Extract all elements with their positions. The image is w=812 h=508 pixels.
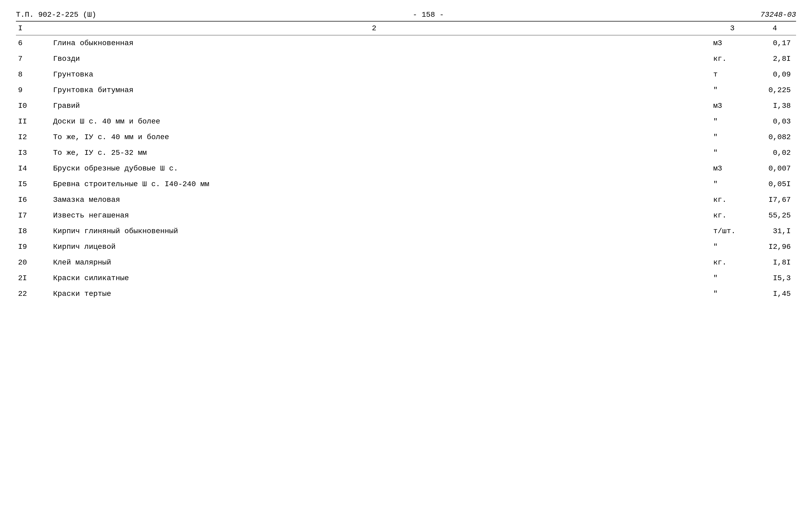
- row-name: Бруски обрезные дубовые Ш с.: [37, 161, 711, 176]
- row-num: I8: [16, 223, 37, 239]
- row-qty: I,8I: [754, 255, 796, 270]
- row-num: 20: [16, 255, 37, 270]
- table-row: 22Краски тертые"I,45: [16, 286, 796, 302]
- table-row: 20Клей малярныйкг.I,8I: [16, 255, 796, 270]
- row-name: Клей малярный: [37, 255, 711, 270]
- row-unit: м3: [711, 98, 754, 114]
- row-num: I9: [16, 239, 37, 255]
- col-header-1: I: [16, 22, 37, 35]
- row-qty: I,45: [754, 286, 796, 302]
- row-name: То же, IУ с. 25-32 мм: [37, 145, 711, 161]
- row-qty: 0,02: [754, 145, 796, 161]
- row-num: 8: [16, 67, 37, 82]
- row-name: Кирпич лицевой: [37, 239, 711, 255]
- row-qty: I7,67: [754, 192, 796, 208]
- row-unit: кг.: [711, 51, 754, 67]
- row-unit: кг.: [711, 255, 754, 270]
- row-unit: ": [711, 286, 754, 302]
- row-qty: I5,3: [754, 270, 796, 286]
- row-name: Известь негашеная: [37, 208, 711, 223]
- page-header: Т.П. 902-2-225 (Ш) - 158 - 73248-03: [16, 11, 796, 19]
- document-number: 73248-03: [761, 11, 796, 19]
- row-name: Замазка меловая: [37, 192, 711, 208]
- row-name: Грунтовка: [37, 67, 711, 82]
- row-unit: м3: [711, 161, 754, 176]
- table-row: I0Гравийм3I,38: [16, 98, 796, 114]
- row-unit: т/шт.: [711, 223, 754, 239]
- row-name: Кирпич глиняный обыкновенный: [37, 223, 711, 239]
- document-code: Т.П. 902-2-225 (Ш): [16, 11, 96, 19]
- row-num: 2I: [16, 270, 37, 286]
- row-num: 6: [16, 35, 37, 51]
- main-table: I 2 3 4 6Глина обыкновеннаям30,177Гвозди…: [16, 22, 796, 302]
- row-name: Гравий: [37, 98, 711, 114]
- col-header-4: 4: [754, 22, 796, 35]
- row-qty: 0,082: [754, 129, 796, 145]
- row-num: I3: [16, 145, 37, 161]
- table-row: IIДоски Ш с. 40 мм и более"0,03: [16, 114, 796, 129]
- row-name: Гвозди: [37, 51, 711, 67]
- row-name: Бревна строительные Ш с. I40-240 мм: [37, 176, 711, 192]
- row-unit: ": [711, 270, 754, 286]
- table-row: I3То же, IУ с. 25-32 мм"0,02: [16, 145, 796, 161]
- table-row: I9Кирпич лицевой"I2,96: [16, 239, 796, 255]
- row-num: I7: [16, 208, 37, 223]
- table-row: I4Бруски обрезные дубовые Ш с.м30,007: [16, 161, 796, 176]
- table-row: 2IКраски силикатные"I5,3: [16, 270, 796, 286]
- row-unit: ": [711, 82, 754, 98]
- table-row: I7Известь негашенаякг.55,25: [16, 208, 796, 223]
- row-unit: т: [711, 67, 754, 82]
- row-num: 9: [16, 82, 37, 98]
- row-name: То же, IУ с. 40 мм и более: [37, 129, 711, 145]
- row-num: 22: [16, 286, 37, 302]
- row-name: Грунтовка битумная: [37, 82, 711, 98]
- row-unit: кг.: [711, 208, 754, 223]
- row-qty: 0,05I: [754, 176, 796, 192]
- col-header-2: 2: [37, 22, 711, 35]
- table-row: 6Глина обыкновеннаям30,17: [16, 35, 796, 51]
- row-qty: 0,03: [754, 114, 796, 129]
- table-row: I5Бревна строительные Ш с. I40-240 мм"0,…: [16, 176, 796, 192]
- page-number: - 158 -: [413, 11, 444, 19]
- row-qty: 55,25: [754, 208, 796, 223]
- row-unit: м3: [711, 35, 754, 51]
- col-header-3: 3: [711, 22, 754, 35]
- row-num: I4: [16, 161, 37, 176]
- table-row: 7Гвоздикг.2,8I: [16, 51, 796, 67]
- table-header-row: I 2 3 4: [16, 22, 796, 35]
- row-unit: ": [711, 145, 754, 161]
- table-row: 9Грунтовка битумная"0,225: [16, 82, 796, 98]
- row-qty: 0,17: [754, 35, 796, 51]
- row-name: Доски Ш с. 40 мм и более: [37, 114, 711, 129]
- row-name: Краски силикатные: [37, 270, 711, 286]
- row-unit: ": [711, 129, 754, 145]
- row-unit: ": [711, 239, 754, 255]
- row-num: I6: [16, 192, 37, 208]
- row-num: I0: [16, 98, 37, 114]
- row-num: 7: [16, 51, 37, 67]
- row-unit: кг.: [711, 192, 754, 208]
- row-name: Краски тертые: [37, 286, 711, 302]
- row-num: I2: [16, 129, 37, 145]
- row-name: Глина обыкновенная: [37, 35, 711, 51]
- row-qty: 0,225: [754, 82, 796, 98]
- row-qty: 2,8I: [754, 51, 796, 67]
- row-unit: ": [711, 176, 754, 192]
- row-qty: I2,96: [754, 239, 796, 255]
- table-row: I8Кирпич глиняный обыкновенныйт/шт.31,I: [16, 223, 796, 239]
- row-qty: I,38: [754, 98, 796, 114]
- row-num: I5: [16, 176, 37, 192]
- row-unit: ": [711, 114, 754, 129]
- table-row: 8Грунтовкат0,09: [16, 67, 796, 82]
- row-num: II: [16, 114, 37, 129]
- table-row: I6Замазка меловаякг.I7,67: [16, 192, 796, 208]
- row-qty: 0,09: [754, 67, 796, 82]
- row-qty: 0,007: [754, 161, 796, 176]
- table-row: I2То же, IУ с. 40 мм и более"0,082: [16, 129, 796, 145]
- row-qty: 31,I: [754, 223, 796, 239]
